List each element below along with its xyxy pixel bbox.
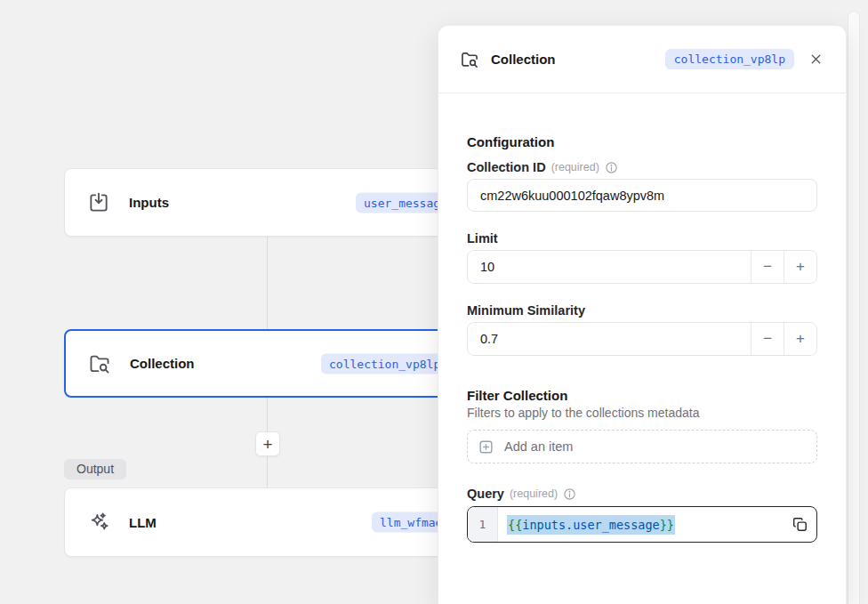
configuration-heading: Configuration	[467, 134, 817, 149]
node-llm[interactable]: LLM llm_wfmae	[64, 487, 455, 557]
close-icon	[808, 52, 824, 67]
copy-icon	[792, 516, 808, 533]
code-variable: inputs.user_message	[522, 518, 659, 532]
minus-icon: −	[763, 330, 772, 348]
info-icon[interactable]	[605, 161, 618, 174]
limit-label-row: Limit	[467, 231, 817, 246]
selected-code: {{inputs.user_message}}	[507, 515, 675, 535]
collection-id-label-row: Collection ID (required)	[467, 160, 817, 174]
copy-query-button[interactable]	[789, 514, 810, 536]
info-icon[interactable]	[563, 487, 576, 501]
minimum-similarity-decrement-button[interactable]: −	[751, 323, 784, 355]
code-close-brace: }}	[660, 518, 674, 532]
line-number: 1	[479, 518, 486, 531]
code-open-brace: {{	[508, 518, 522, 532]
limit-increment-button[interactable]: +	[784, 251, 816, 283]
required-tag: (required)	[510, 487, 558, 500]
limit-input[interactable]	[468, 251, 751, 283]
sparkles-icon	[87, 511, 110, 534]
plus-icon: +	[796, 258, 805, 276]
inbox-arrow-down-icon	[87, 191, 110, 214]
collection-id-label: Collection ID	[467, 160, 546, 174]
plus-square-icon	[478, 439, 494, 455]
filter-collection-description: Filters to apply to the collections meta…	[467, 406, 817, 420]
panel-id-badge: collection_vp8lp	[665, 49, 794, 69]
add-node-button[interactable]: +	[255, 431, 280, 456]
add-filter-item-button[interactable]: Add an item	[467, 430, 817, 463]
close-panel-button[interactable]	[805, 49, 826, 70]
plus-icon: +	[262, 436, 272, 453]
output-section-label: Output	[64, 459, 126, 479]
collection-id-input[interactable]	[467, 179, 817, 212]
node-label: LLM	[129, 515, 157, 530]
panel-header: Collection collection_vp8lp	[438, 26, 846, 93]
minimum-similarity-label: Minimum Similarity	[467, 303, 585, 318]
edge-inputs-collection	[267, 237, 268, 329]
node-id-badge: collection_vp8lp	[321, 353, 448, 374]
limit-label: Limit	[467, 231, 498, 246]
folder-search-icon	[88, 352, 111, 375]
panel-body: Configuration Collection ID (required) L…	[438, 93, 846, 564]
panel-title: Collection	[491, 52, 556, 67]
query-label-row: Query (required)	[467, 487, 817, 501]
minimum-similarity-input[interactable]	[468, 323, 751, 355]
minus-icon: −	[763, 258, 772, 276]
plus-icon: +	[796, 330, 805, 348]
node-collection[interactable]: Collection collection_vp8lp	[64, 329, 455, 398]
collection-config-panel: Collection collection_vp8lp Configuratio…	[438, 25, 847, 604]
limit-decrement-button[interactable]: −	[751, 251, 784, 283]
filter-collection-heading: Filter Collection	[467, 388, 817, 403]
query-label: Query	[467, 487, 504, 501]
node-label: Inputs	[129, 195, 169, 210]
folder-search-icon	[460, 50, 479, 69]
minimum-similarity-increment-button[interactable]: +	[784, 323, 816, 355]
node-label: Collection	[130, 356, 195, 371]
add-item-label: Add an item	[504, 439, 573, 454]
background-sheet	[848, 11, 860, 604]
workflow-editor: Inputs user_message Collection collectio…	[0, 0, 868, 604]
minimum-similarity-label-row: Minimum Similarity	[467, 303, 817, 318]
minimum-similarity-stepper: − +	[467, 322, 817, 356]
limit-stepper: − +	[467, 250, 817, 284]
node-inputs[interactable]: Inputs user_message	[64, 168, 455, 237]
line-number-gutter: 1	[468, 507, 498, 542]
query-code-editor[interactable]: 1 {{inputs.user_message}}	[467, 506, 817, 543]
required-tag: (required)	[551, 161, 599, 173]
query-code-line[interactable]: {{inputs.user_message}}	[498, 507, 816, 542]
